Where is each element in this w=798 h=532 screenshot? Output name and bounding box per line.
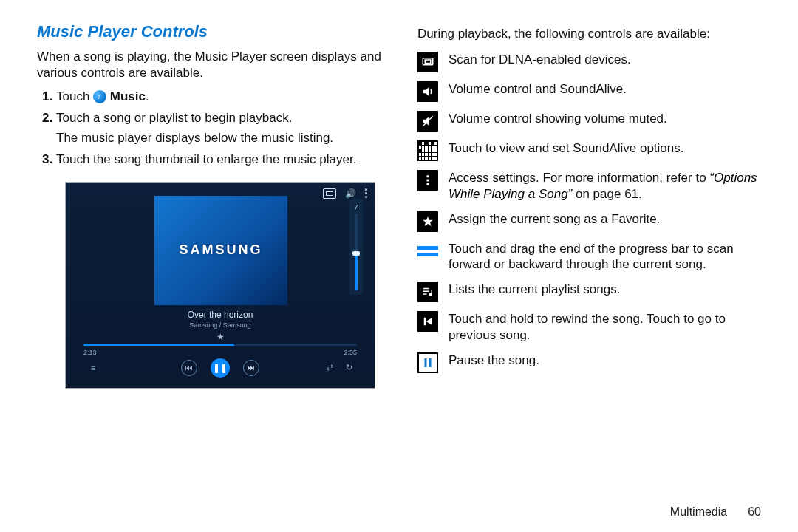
section-title: Music Player Controls: [37, 22, 388, 41]
legend-playlist: Lists the current playlist songs.: [417, 282, 768, 302]
time-elapsed: 2:13: [83, 349, 97, 356]
legend-volume-text: Volume control and SoundAlive.: [449, 81, 768, 98]
legend-pause: Pause the song.: [417, 352, 768, 373]
progress-bar-icon: [417, 241, 438, 262]
controls-intro: During playback, the following controls …: [417, 27, 768, 41]
step1-appname: Music: [110, 89, 146, 103]
svg-rect-4: [427, 180, 429, 182]
speaker-icon: [345, 188, 356, 199]
steps-list: Touch Music. Touch a song or playlist to…: [37, 89, 388, 168]
music-app-icon: [93, 90, 106, 103]
soundalive-icon: [417, 140, 438, 161]
previous-icon: [417, 311, 438, 332]
step2-subtext: The music player displays below the musi…: [56, 130, 388, 147]
step2-text: Touch a song or playlist to begin playba…: [56, 111, 292, 125]
legend-settings-text: Access settings. For more information, r…: [449, 170, 768, 202]
list-icon: ≡: [91, 364, 95, 372]
pause-button: ❚❚: [211, 358, 230, 378]
legend-pause-text: Pause the song.: [449, 352, 768, 369]
legend-muted: Volume control showing volume muted.: [417, 111, 768, 132]
footer-section: Multimedia: [670, 505, 727, 518]
shuffle-icon: ⇄: [327, 363, 333, 372]
progress-area: 2:13 2:55: [83, 344, 357, 356]
step-1: Touch Music.: [56, 89, 388, 106]
song-artist: Samsung / Samsung: [66, 321, 375, 329]
legend-favorite-text: Assign the current song as a Favorite.: [449, 211, 768, 228]
legend-muted-text: Volume control showing volume muted.: [449, 111, 768, 127]
more-icon: [365, 188, 367, 198]
settings-icon: [417, 170, 438, 191]
dlna-scan-icon: [417, 52, 438, 72]
legend-settings-a: Access settings. For more information, r…: [449, 171, 709, 185]
legend-playlist-text: Lists the current playlist songs.: [449, 282, 768, 298]
step1-period: .: [146, 89, 149, 103]
volume-muted-icon: [417, 111, 438, 132]
footer-page: 60: [748, 505, 761, 518]
step3-text: Touch the song thumbnail to enlarge the …: [56, 152, 356, 166]
time-total: 2:55: [344, 349, 357, 356]
legend-dlna: Scan for DLNA-enabled devices.: [417, 52, 768, 72]
legend-settings: Access settings. For more information, r…: [417, 170, 768, 202]
volume-slider: 7: [349, 199, 363, 295]
song-title: Over the horizon: [66, 310, 375, 320]
legend-soundalive: Touch to view and set SoundAlive options…: [417, 140, 768, 161]
music-player-screenshot: SAMSUNG 7 Over the horizon Samsung / Sam…: [65, 182, 375, 389]
legend-prev: Touch and hold to rewind the song. Touch…: [417, 311, 768, 344]
legend-dlna-text: Scan for DLNA-enabled devices.: [449, 52, 768, 68]
album-art: SAMSUNG: [154, 196, 287, 305]
transport-controls: ≡ ⏮ ❚❚ ⏭ ⇄ ↻: [66, 358, 375, 378]
svg-marker-13: [426, 318, 432, 326]
controls-legend: Scan for DLNA-enabled devices. Volume co…: [417, 52, 768, 373]
legend-prev-text: Touch and hold to rewind the song. Touch…: [449, 311, 768, 344]
step1-prefix: Touch: [56, 89, 93, 103]
repeat-icon: ↻: [346, 363, 352, 372]
playlist-icon: [417, 282, 438, 302]
intro-text: When a song is playing, the Music Player…: [37, 49, 388, 81]
prev-button: ⏮: [181, 360, 197, 376]
svg-rect-0: [423, 58, 433, 65]
favorite-icon: [417, 211, 438, 232]
svg-rect-3: [427, 175, 429, 177]
pause-icon: [417, 352, 438, 373]
favorite-star-icon: ★: [66, 332, 375, 342]
volume-icon: [417, 81, 438, 102]
volume-level-label: 7: [354, 203, 358, 211]
next-button: ⏭: [243, 360, 259, 376]
svg-rect-5: [427, 183, 429, 185]
svg-rect-12: [424, 318, 426, 326]
svg-marker-6: [423, 216, 433, 226]
page-footer: Multimedia60: [670, 505, 761, 519]
svg-rect-14: [425, 358, 427, 367]
dlna-icon: [323, 188, 336, 199]
svg-rect-15: [429, 358, 432, 367]
legend-progress: Touch and drag the end of the progress b…: [417, 241, 768, 273]
legend-progress-text: Touch and drag the end of the progress b…: [449, 241, 768, 273]
legend-soundalive-text: Touch to view and set SoundAlive options…: [449, 140, 768, 157]
legend-favorite: Assign the current song as a Favorite.: [417, 211, 768, 232]
step-2: Touch a song or playlist to begin playba…: [56, 110, 388, 147]
legend-volume: Volume control and SoundAlive.: [417, 81, 768, 102]
legend-settings-c: on page 61.: [572, 187, 642, 201]
album-brand: SAMSUNG: [179, 242, 262, 258]
svg-rect-1: [425, 60, 431, 64]
step-3: Touch the song thumbnail to enlarge the …: [56, 151, 388, 168]
